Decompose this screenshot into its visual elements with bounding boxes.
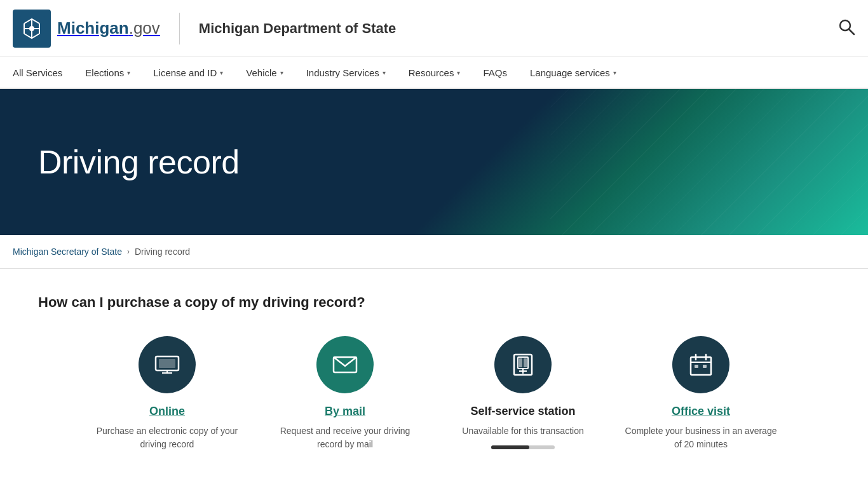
office-visit-option-title[interactable]: Office visit: [672, 405, 730, 418]
svg-rect-21: [703, 365, 707, 368]
kiosk-icon-circle: [494, 336, 552, 393]
department-name: Michigan Department of State: [199, 20, 396, 37]
mail-icon: [332, 356, 358, 374]
online-option-desc: Purchase an electronic copy of your driv…: [91, 424, 243, 451]
svg-point-1: [29, 26, 34, 31]
nav-item-elections[interactable]: Elections ▾: [74, 57, 142, 88]
nav-item-faqs[interactable]: FAQs: [471, 57, 519, 88]
main-nav: All Services Elections ▾ License and ID …: [0, 57, 868, 89]
svg-rect-20: [695, 365, 698, 368]
michigan-gov-logo[interactable]: Michigan.gov: [13, 10, 160, 48]
page-title: Driving record: [38, 143, 240, 181]
breadcrumb-home-link[interactable]: Michigan Secretary of State: [13, 247, 122, 257]
nav-item-license-id[interactable]: License and ID ▾: [142, 57, 234, 88]
progress-bar-fill: [491, 445, 529, 449]
search-button[interactable]: [837, 18, 855, 39]
online-icon-circle: [139, 336, 196, 393]
monitor-icon: [154, 355, 180, 374]
mail-icon-circle: [316, 336, 374, 393]
service-options: Online Purchase an electronic copy of yo…: [38, 336, 830, 451]
svg-line-3: [849, 29, 854, 34]
chevron-down-icon: ▾: [613, 69, 616, 76]
mail-option-desc: Request and receive your driving record …: [269, 424, 421, 451]
service-option-online: Online Purchase an electronic copy of yo…: [78, 336, 256, 451]
service-option-by-mail: By mail Request and receive your driving…: [256, 336, 434, 451]
nav-item-industry-services[interactable]: Industry Services ▾: [295, 57, 397, 88]
svg-rect-15: [524, 358, 527, 367]
breadcrumb-current: Driving record: [135, 247, 190, 257]
chevron-down-icon: ▾: [457, 69, 460, 76]
kiosk-icon: [512, 353, 534, 376]
chevron-down-icon: ▾: [127, 69, 130, 76]
self-service-option-desc: Unavailable for this transaction: [462, 424, 583, 438]
availability-indicator: [491, 445, 555, 449]
hero-banner: Driving record: [0, 89, 868, 235]
chevron-down-icon: ▾: [383, 69, 386, 76]
breadcrumb: Michigan Secretary of State › Driving re…: [0, 235, 868, 269]
section-title: How can I purchase a copy of my driving …: [38, 294, 830, 311]
breadcrumb-separator: ›: [127, 247, 130, 256]
svg-rect-16: [691, 357, 711, 375]
calendar-icon: [689, 353, 712, 376]
chevron-down-icon: ▾: [280, 69, 283, 76]
svg-rect-14: [519, 358, 522, 367]
header-divider: [179, 13, 180, 44]
self-service-option-title: Self-service station: [470, 405, 575, 418]
chevron-down-icon: ▾: [220, 69, 223, 76]
service-option-self-service: Self-service station Unavailable for thi…: [434, 336, 612, 451]
mail-option-title[interactable]: By mail: [325, 405, 365, 418]
site-header: Michigan.gov Michigan Department of Stat…: [0, 0, 868, 57]
nav-item-vehicle[interactable]: Vehicle ▾: [234, 57, 294, 88]
main-content: How can I purchase a copy of my driving …: [0, 269, 868, 477]
michigan-logo-icon: [13, 10, 51, 48]
online-option-title[interactable]: Online: [149, 405, 185, 418]
svg-rect-8: [159, 359, 175, 368]
service-option-office-visit: Office visit Complete your business in a…: [612, 336, 790, 451]
nav-item-resources[interactable]: Resources ▾: [397, 57, 472, 88]
michigan-logo-text: Michigan.gov: [57, 18, 160, 38]
header-left: Michigan.gov Michigan Department of Stat…: [13, 10, 396, 48]
nav-item-all-services[interactable]: All Services: [13, 57, 74, 88]
nav-item-language-services[interactable]: Language services ▾: [519, 57, 628, 88]
calendar-icon-circle: [672, 336, 729, 393]
office-visit-option-desc: Complete your business in an average of …: [625, 424, 777, 451]
search-icon: [837, 18, 855, 36]
